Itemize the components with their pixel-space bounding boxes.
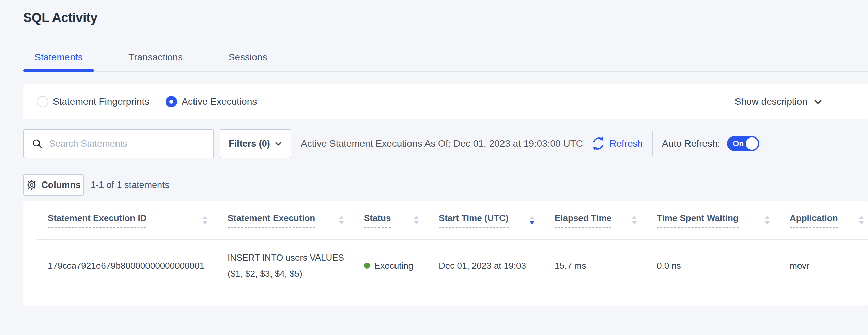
toggle-state-label: On <box>733 139 744 148</box>
column-header-application[interactable]: Application <box>780 213 868 228</box>
cell-statement[interactable]: INSERT INTO users VALUES ($1, $2, $3, $4… <box>218 250 354 282</box>
sort-icon[interactable] <box>858 216 864 224</box>
column-header-elapsed-time[interactable]: Elapsed Time <box>545 213 647 228</box>
tab-bar: Statements Transactions Sessions <box>23 25 868 72</box>
cell-execution-id[interactable]: 179cca7921e679b80000000000000001 <box>37 261 218 271</box>
tab-statements[interactable]: Statements <box>23 25 94 71</box>
cell-elapsed-time: 15.7 ms <box>545 261 647 271</box>
cell-start-time: Dec 01, 2023 at 19:03 <box>429 261 545 271</box>
page-title: SQL Activity <box>0 0 868 25</box>
search-input[interactable] <box>49 139 207 149</box>
cell-time-spent-waiting: 0.0 ns <box>647 261 780 271</box>
columns-button[interactable]: Columns <box>23 174 84 196</box>
statements-table: Statement Execution ID Statement Executi… <box>23 201 868 306</box>
sort-icon[interactable] <box>632 216 637 224</box>
tab-transactions[interactable]: Transactions <box>117 25 194 71</box>
view-mode-radio-group: Statement Fingerprints Active Executions <box>37 96 273 107</box>
sort-icon[interactable] <box>339 216 344 224</box>
divider <box>652 131 653 156</box>
sort-icon[interactable] <box>764 216 770 224</box>
column-header-status[interactable]: Status <box>354 213 429 228</box>
table-row[interactable]: 179cca7921e679b80000000000000001 INSERT … <box>37 240 868 292</box>
cell-status: Executing <box>354 261 429 271</box>
toolbar: Filters (0) Active Statement Executions … <box>23 129 868 158</box>
refresh-button[interactable]: Refresh <box>590 136 643 151</box>
gear-icon <box>26 179 37 190</box>
column-header-start-time[interactable]: Start Time (UTC) <box>429 213 545 228</box>
refresh-icon <box>590 136 606 151</box>
column-header-statement-execution[interactable]: Statement Execution <box>218 213 354 228</box>
sort-icon[interactable] <box>414 216 419 224</box>
column-header-time-spent-waiting[interactable]: Time Spent Waiting <box>647 213 780 228</box>
radio-unselected-icon <box>37 96 48 107</box>
view-mode-panel: Statement Fingerprints Active Executions… <box>23 84 868 119</box>
column-header-execution-id[interactable]: Statement Execution ID <box>37 213 218 228</box>
filters-button[interactable]: Filters (0) <box>220 129 291 158</box>
chevron-down-icon <box>274 140 282 148</box>
radio-selected-icon <box>166 96 177 107</box>
auto-refresh-label: Auto Refresh: <box>662 138 720 149</box>
radio-label: Active Executions <box>182 96 257 107</box>
result-count: 1-1 of 1 statements <box>91 180 169 190</box>
sort-icon[interactable] <box>202 216 208 224</box>
table-header-row: Statement Execution ID Statement Executi… <box>37 201 868 240</box>
columns-label: Columns <box>41 180 81 190</box>
cell-application: movr <box>780 261 868 271</box>
refresh-label: Refresh <box>609 138 643 149</box>
sort-desc-icon[interactable] <box>529 216 535 224</box>
chevron-down-icon <box>813 97 823 107</box>
search-icon <box>31 138 43 149</box>
status-dot-icon <box>364 263 370 269</box>
search-box <box>23 129 214 158</box>
radio-label: Statement Fingerprints <box>53 96 149 107</box>
auto-refresh-toggle[interactable]: On <box>727 136 759 151</box>
show-description-toggle[interactable]: Show description <box>735 96 823 107</box>
toggle-knob <box>746 137 758 150</box>
radio-active-executions[interactable]: Active Executions <box>166 96 257 107</box>
tab-sessions[interactable]: Sessions <box>217 25 279 71</box>
filters-label: Filters (0) <box>229 139 270 149</box>
table-controls-row: Columns 1-1 of 1 statements <box>23 174 868 196</box>
status-label: Executing <box>374 261 413 271</box>
radio-statement-fingerprints[interactable]: Statement Fingerprints <box>37 96 149 107</box>
show-description-label: Show description <box>735 96 807 107</box>
as-of-text: Active Statement Executions As Of: Dec 0… <box>301 138 583 149</box>
